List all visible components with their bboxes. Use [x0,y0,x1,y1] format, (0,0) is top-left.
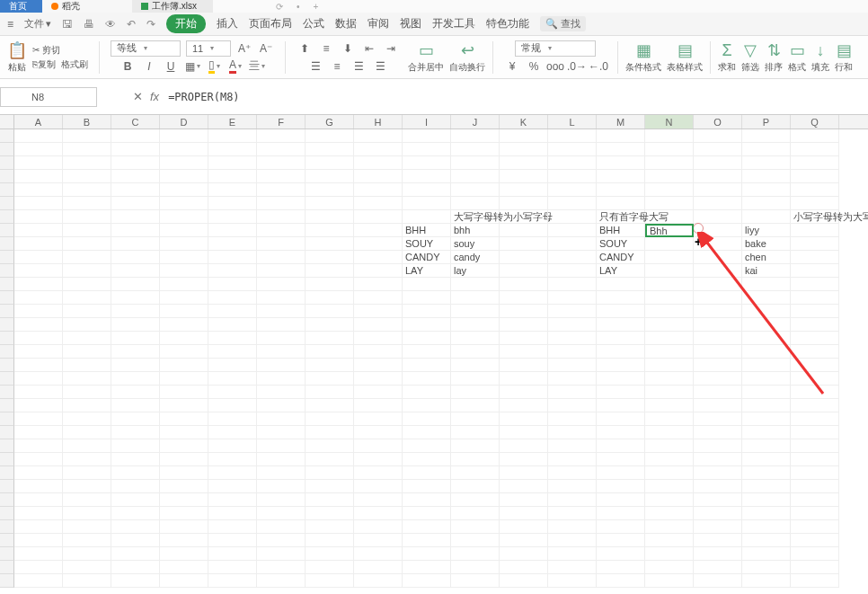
cell-C15[interactable] [111,318,160,332]
cell-G11[interactable] [306,264,354,278]
cell-Q10[interactable] [791,251,839,264]
sum-button[interactable]: Σ 求和 [718,41,736,74]
cell-P19[interactable] [742,372,791,386]
cell-K17[interactable] [500,345,548,359]
cell-B17[interactable] [63,345,111,359]
cell-E13[interactable] [208,291,257,305]
align-bottom-icon[interactable]: ⬇ [340,40,356,57]
row-header[interactable] [0,183,14,197]
cell-H12[interactable] [354,278,403,291]
tab-dev[interactable]: 开发工具 [432,16,475,31]
cell-P14[interactable] [742,305,791,318]
cell-F23[interactable] [257,426,306,439]
cell-A33[interactable] [14,561,63,574]
cell-K27[interactable] [500,480,548,493]
cell-F31[interactable] [257,534,306,547]
cell-L24[interactable] [548,439,597,453]
cell-P1[interactable] [742,129,791,143]
cell-G10[interactable] [306,251,354,264]
cell-K21[interactable] [500,399,548,412]
cell-G4[interactable] [306,170,354,183]
cell-A4[interactable] [14,170,63,183]
cell-O34[interactable] [694,574,742,588]
cell-H25[interactable] [354,453,403,466]
cell-D20[interactable] [160,386,208,399]
cell-N28[interactable] [645,493,694,507]
cell-B29[interactable] [63,507,111,520]
cell-G2[interactable] [306,143,354,156]
cell-B31[interactable] [63,534,111,547]
cell-P29[interactable] [742,507,791,520]
cell-O32[interactable] [694,547,742,561]
cell-H1[interactable] [354,129,403,143]
cell-E21[interactable] [208,399,257,412]
cell-P27[interactable] [742,480,791,493]
dot-icon[interactable]: • [297,2,300,12]
col-header-M[interactable]: M [597,115,645,129]
cell-M6[interactable] [597,197,645,210]
align-top-icon[interactable]: ⬆ [297,40,313,57]
cell-D5[interactable] [160,183,208,197]
cell-C23[interactable] [111,426,160,439]
cell-I34[interactable] [403,574,451,588]
cell-L18[interactable] [548,359,597,372]
cell-J10[interactable]: candy [451,251,500,264]
row-header[interactable] [0,453,14,466]
cell-P18[interactable] [742,359,791,372]
row-header[interactable] [0,170,14,183]
cell-D13[interactable] [160,291,208,305]
cell-C8[interactable] [111,224,160,237]
cell-J6[interactable] [451,197,500,210]
cell-F6[interactable] [257,197,306,210]
cell-N18[interactable] [645,359,694,372]
cell-I13[interactable] [403,291,451,305]
cell-K34[interactable] [500,574,548,588]
cell-M23[interactable] [597,426,645,439]
cell-B14[interactable] [63,305,111,318]
cell-N14[interactable] [645,305,694,318]
cond-format-button[interactable]: ▦ 条件格式 [625,40,661,74]
cell-N19[interactable] [645,372,694,386]
currency-icon[interactable]: ¥ [504,58,520,75]
cell-G22[interactable] [306,412,354,426]
cell-C12[interactable] [111,278,160,291]
name-box[interactable]: N8 [0,87,97,107]
cell-M14[interactable] [597,305,645,318]
cell-D7[interactable] [160,210,208,224]
cell-L7[interactable] [548,210,597,224]
cell-G14[interactable] [306,305,354,318]
tab-page-layout[interactable]: 页面布局 [249,16,292,31]
cell-L25[interactable] [548,453,597,466]
col-header-O[interactable]: O [694,115,742,129]
cell-G8[interactable] [306,224,354,237]
cell-E25[interactable] [208,453,257,466]
cell-F10[interactable] [257,251,306,264]
row-header[interactable] [0,345,14,359]
cell-B20[interactable] [63,386,111,399]
cell-N16[interactable] [645,332,694,345]
cell-B23[interactable] [63,426,111,439]
col-header-N[interactable]: N [645,115,694,129]
row-header[interactable] [0,534,14,547]
cell-B25[interactable] [63,453,111,466]
cell-J31[interactable] [451,534,500,547]
dec-font-icon[interactable]: A⁻ [258,40,274,57]
cell-I31[interactable] [403,534,451,547]
cell-D19[interactable] [160,372,208,386]
cell-G15[interactable] [306,318,354,332]
cell-Q11[interactable] [791,264,839,278]
cell-Q12[interactable] [791,278,839,291]
cell-G9[interactable] [306,237,354,251]
cell-B11[interactable] [63,264,111,278]
cell-F24[interactable] [257,439,306,453]
cell-J34[interactable] [451,574,500,588]
cell-G34[interactable] [306,574,354,588]
col-header-P[interactable]: P [742,115,791,129]
cell-H26[interactable] [354,466,403,480]
cell-O21[interactable] [694,399,742,412]
cell-E9[interactable] [208,237,257,251]
cell-K12[interactable] [500,278,548,291]
cell-P6[interactable] [742,197,791,210]
cell-C5[interactable] [111,183,160,197]
cell-A19[interactable] [14,372,63,386]
